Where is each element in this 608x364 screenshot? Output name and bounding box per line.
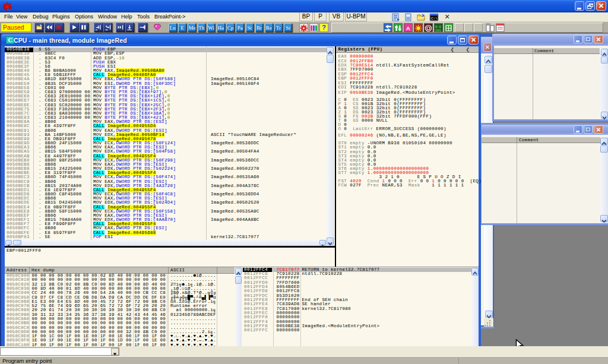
svg-text:101: 101 bbox=[435, 29, 442, 32]
svg-text:C:\: C:\ bbox=[431, 17, 438, 21]
svg-text:A: A bbox=[406, 26, 410, 31]
